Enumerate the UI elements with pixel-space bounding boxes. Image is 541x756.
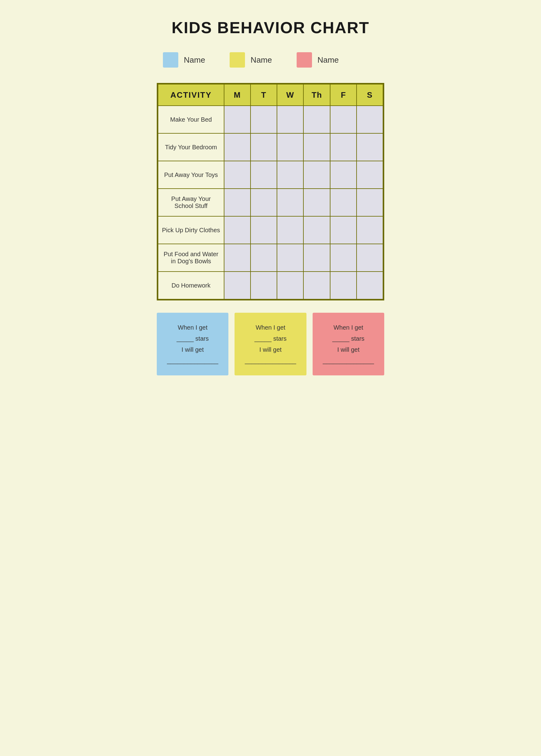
- activity-label-5: Put Food and Water in Dog's Bowls: [158, 244, 224, 272]
- cell-4-s[interactable]: [356, 216, 383, 244]
- cell-1-f[interactable]: [330, 133, 356, 161]
- cell-2-w[interactable]: [277, 161, 303, 189]
- reward-card-1: When I get _____ stars I will get ______…: [235, 313, 306, 376]
- cell-4-m[interactable]: [224, 216, 251, 244]
- legend-color-0: [163, 52, 178, 68]
- table-row: Do Homework: [158, 272, 383, 299]
- cell-1-w[interactable]: [277, 133, 303, 161]
- cell-2-f[interactable]: [330, 161, 356, 189]
- cell-1-m[interactable]: [224, 133, 251, 161]
- cell-1-s[interactable]: [356, 133, 383, 161]
- header-day-t: T: [251, 84, 277, 106]
- table-body: Make Your BedTidy Your BedroomPut Away Y…: [158, 106, 383, 299]
- cell-2-th[interactable]: [303, 161, 330, 189]
- cell-0-th[interactable]: [303, 106, 330, 133]
- cell-3-w[interactable]: [277, 189, 303, 216]
- cell-4-t[interactable]: [251, 216, 277, 244]
- legend-item-0: Name: [163, 52, 205, 68]
- table-row: Pick Up Dirty Clothes: [158, 216, 383, 244]
- reward-line3-0: I will get: [163, 344, 222, 355]
- reward-line2-2: _____ stars: [319, 333, 378, 344]
- activity-label-0: Make Your Bed: [158, 106, 224, 133]
- table-row: Make Your Bed: [158, 106, 383, 133]
- cell-6-w[interactable]: [277, 272, 303, 299]
- reward-line1-2: When I get: [319, 322, 378, 333]
- legend-item-1: Name: [230, 52, 272, 68]
- cell-0-m[interactable]: [224, 106, 251, 133]
- cell-5-s[interactable]: [356, 244, 383, 272]
- table-row: Put Away Your School Stuff: [158, 189, 383, 216]
- header-day-f: F: [330, 84, 356, 106]
- reward-line1-0: When I get: [163, 322, 222, 333]
- legend-color-2: [296, 52, 312, 68]
- cell-5-th[interactable]: [303, 244, 330, 272]
- reward-line3-1: I will get: [241, 344, 300, 355]
- cell-0-f[interactable]: [330, 106, 356, 133]
- cell-2-s[interactable]: [356, 161, 383, 189]
- cell-1-th[interactable]: [303, 133, 330, 161]
- legend-label-2: Name: [317, 55, 339, 65]
- activity-label-4: Pick Up Dirty Clothes: [158, 216, 224, 244]
- cell-1-t[interactable]: [251, 133, 277, 161]
- cell-2-m[interactable]: [224, 161, 251, 189]
- cell-3-f[interactable]: [330, 189, 356, 216]
- cell-2-t[interactable]: [251, 161, 277, 189]
- cell-6-t[interactable]: [251, 272, 277, 299]
- table-row: Put Food and Water in Dog's Bowls: [158, 244, 383, 272]
- cell-6-th[interactable]: [303, 272, 330, 299]
- page-title: KIDS BEHAVIOR CHART: [172, 18, 369, 37]
- legend-label-1: Name: [251, 55, 272, 65]
- cell-6-s[interactable]: [356, 272, 383, 299]
- cell-4-w[interactable]: [277, 216, 303, 244]
- header-activity: ACTIVITY: [158, 84, 224, 106]
- header-day-w: W: [277, 84, 303, 106]
- activity-label-6: Do Homework: [158, 272, 224, 299]
- cell-5-m[interactable]: [224, 244, 251, 272]
- behavior-table: ACTIVITY MTWThFS Make Your BedTidy Your …: [158, 84, 383, 300]
- cell-4-f[interactable]: [330, 216, 356, 244]
- legend-item-2: Name: [296, 52, 339, 68]
- reward-line2-1: _____ stars: [241, 333, 300, 344]
- reward-line4-2: _______________: [319, 355, 378, 366]
- legend: Name Name Name: [157, 52, 384, 68]
- reward-card-2: When I get _____ stars I will get ______…: [312, 313, 384, 376]
- table-row: Tidy Your Bedroom: [158, 133, 383, 161]
- table-row: Put Away Your Toys: [158, 161, 383, 189]
- reward-line2-0: _____ stars: [163, 333, 222, 344]
- cell-0-t[interactable]: [251, 106, 277, 133]
- header-day-th: Th: [303, 84, 330, 106]
- header-day-m: M: [224, 84, 251, 106]
- cell-3-t[interactable]: [251, 189, 277, 216]
- legend-color-1: [230, 52, 245, 68]
- behavior-table-wrapper: ACTIVITY MTWThFS Make Your BedTidy Your …: [157, 83, 384, 300]
- cell-5-f[interactable]: [330, 244, 356, 272]
- reward-card-0: When I get _____ stars I will get ______…: [157, 313, 229, 376]
- cell-4-th[interactable]: [303, 216, 330, 244]
- reward-section: When I get _____ stars I will get ______…: [157, 313, 384, 376]
- cell-3-s[interactable]: [356, 189, 383, 216]
- reward-line1-1: When I get: [241, 322, 300, 333]
- activity-label-2: Put Away Your Toys: [158, 161, 224, 189]
- cell-5-t[interactable]: [251, 244, 277, 272]
- reward-line4-0: _______________: [163, 355, 222, 366]
- activity-label-3: Put Away Your School Stuff: [158, 189, 224, 216]
- cell-5-w[interactable]: [277, 244, 303, 272]
- cell-6-f[interactable]: [330, 272, 356, 299]
- cell-3-th[interactable]: [303, 189, 330, 216]
- table-header-row: ACTIVITY MTWThFS: [158, 84, 383, 106]
- reward-line3-2: I will get: [319, 344, 378, 355]
- activity-label-1: Tidy Your Bedroom: [158, 133, 224, 161]
- header-day-s: S: [356, 84, 383, 106]
- reward-line4-1: _______________: [241, 355, 300, 366]
- legend-label-0: Name: [184, 55, 205, 65]
- cell-6-m[interactable]: [224, 272, 251, 299]
- page: KIDS BEHAVIOR CHART Name Name Name ACTIV…: [135, 0, 406, 394]
- cell-0-w[interactable]: [277, 106, 303, 133]
- cell-0-s[interactable]: [356, 106, 383, 133]
- cell-3-m[interactable]: [224, 189, 251, 216]
